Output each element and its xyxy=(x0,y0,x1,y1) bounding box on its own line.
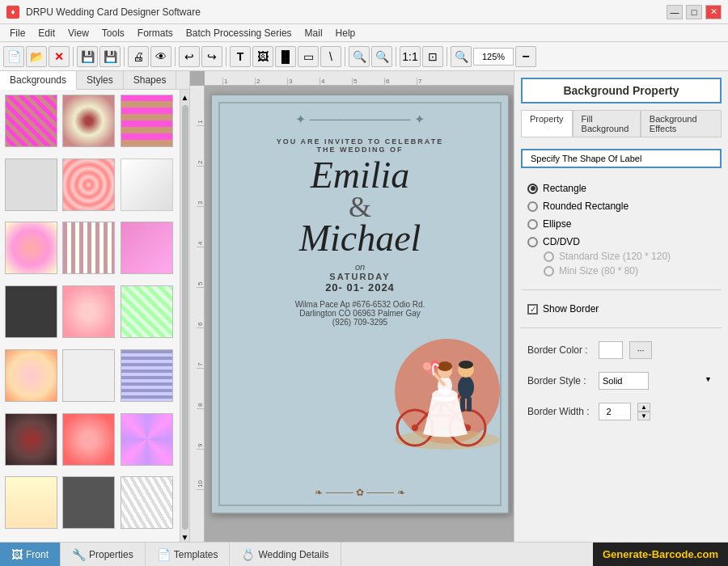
thumb-item[interactable] xyxy=(121,158,173,211)
close-button[interactable]: ✕ xyxy=(705,5,722,19)
redo-button[interactable]: ↪ xyxy=(201,46,222,67)
thumb-item[interactable] xyxy=(62,158,115,211)
menu-view[interactable]: View xyxy=(61,26,95,40)
menu-help[interactable]: Help xyxy=(329,26,362,40)
save-as-button[interactable]: 💾 xyxy=(99,46,121,67)
thumb-item[interactable] xyxy=(62,285,115,338)
text-button[interactable]: T xyxy=(230,46,251,67)
new-button[interactable]: 📄 xyxy=(3,46,24,67)
radio-rounded-rect-circle[interactable] xyxy=(527,201,538,212)
menu-edit[interactable]: Edit xyxy=(32,26,61,40)
radio-cddvd-circle[interactable] xyxy=(527,237,538,247)
tab-styles[interactable]: Styles xyxy=(77,71,124,89)
thumb-item[interactable] xyxy=(5,222,57,274)
divider1 xyxy=(521,289,722,290)
thumb-item[interactable] xyxy=(62,413,115,466)
menu-mail[interactable]: Mail xyxy=(298,26,329,40)
radio-rounded-rect[interactable]: Rounded Rectangle xyxy=(527,201,715,212)
show-border-checkbox[interactable] xyxy=(527,304,538,315)
line-button[interactable]: \ xyxy=(320,46,341,67)
svg-point-15 xyxy=(459,361,473,369)
image-button[interactable]: 🖼 xyxy=(252,46,273,67)
menu-formats[interactable]: Formats xyxy=(131,26,180,40)
thumb-item[interactable] xyxy=(121,476,173,529)
actual-size-button[interactable]: 1:1 xyxy=(400,46,421,67)
radio-cddvd[interactable]: CD/DVD xyxy=(527,236,715,247)
ruler-tick-v: 4 xyxy=(197,207,204,247)
zoom-in-button[interactable]: 🔍 xyxy=(349,46,370,67)
bottom-tab-front[interactable]: 🖼 Front xyxy=(0,543,61,566)
radio-ellipse-circle[interactable] xyxy=(527,219,538,230)
ruler-tick: 7 xyxy=(417,78,449,85)
prop-tab-fill[interactable]: Fill Background xyxy=(573,110,641,137)
thumb-item[interactable] xyxy=(62,476,115,529)
thumb-item[interactable] xyxy=(121,222,173,274)
shape-button[interactable]: ▭ xyxy=(298,46,319,67)
close-btn[interactable]: ✕ xyxy=(49,46,70,67)
thumb-item[interactable] xyxy=(5,349,57,402)
thumb-item[interactable] xyxy=(121,285,173,338)
scroll-down-arrow[interactable]: ▼ xyxy=(181,533,189,542)
bottom-tab-templates[interactable]: 📄 Templates xyxy=(146,543,231,566)
zoom-search-button[interactable]: 🔍 xyxy=(451,46,472,67)
radio-mini-circle[interactable] xyxy=(544,266,554,277)
tab-backgrounds[interactable]: Backgrounds xyxy=(0,71,77,90)
prop-tab-property[interactable]: Property xyxy=(521,110,573,137)
border-style-select[interactable]: Solid Dashed Dotted Double xyxy=(599,372,649,390)
thumb-item[interactable] xyxy=(121,95,173,147)
maximize-button[interactable]: □ xyxy=(686,5,702,19)
property-title: Background Property xyxy=(521,78,722,103)
border-width-input[interactable] xyxy=(599,403,631,420)
scroll-thumb[interactable] xyxy=(182,105,188,530)
thumb-item[interactable] xyxy=(62,349,115,402)
border-width-up[interactable]: ▲ xyxy=(637,403,650,412)
bottom-tab-properties[interactable]: 🔧 Properties xyxy=(61,543,146,566)
radio-ellipse-label: Ellipse xyxy=(543,218,571,230)
bottom-tab-wedding-details[interactable]: 💍 Wedding Details xyxy=(230,543,341,566)
thumb-item[interactable] xyxy=(121,413,173,466)
thumb-item[interactable] xyxy=(5,158,57,211)
save-button[interactable]: 💾 xyxy=(77,46,98,67)
card-illustration xyxy=(379,315,504,452)
radio-standard[interactable]: Standard Size (120 * 120) xyxy=(544,251,715,262)
barcode-button[interactable]: ▐▌ xyxy=(275,46,296,67)
thumb-item[interactable] xyxy=(5,476,57,529)
radio-ellipse[interactable]: Ellipse xyxy=(527,218,715,230)
minimize-button[interactable]: — xyxy=(667,5,683,19)
tab-shapes[interactable]: Shapes xyxy=(124,71,177,89)
fit-page-button[interactable]: ⊡ xyxy=(422,46,443,67)
print-preview-button[interactable]: 👁 xyxy=(150,46,171,67)
menu-batch[interactable]: Batch Processing Series xyxy=(180,26,298,40)
print-button[interactable]: 🖨 xyxy=(128,46,149,67)
zoom-minus-button[interactable]: − xyxy=(515,46,536,67)
app-title: DRPU Wedding Card Designer Software xyxy=(26,6,201,18)
thumb-item[interactable] xyxy=(62,95,115,147)
menu-tools[interactable]: Tools xyxy=(95,26,131,40)
thumb-item[interactable] xyxy=(5,95,57,147)
canvas-wrapper: ✦ ─────────── ✦ YOU ARE INVITED TO CELEB… xyxy=(210,94,510,514)
prop-tab-effects[interactable]: Background Effects xyxy=(641,110,722,137)
right-panel: Background Property Property Fill Backgr… xyxy=(514,71,728,542)
radio-rectangle[interactable]: Rectangle xyxy=(527,183,715,194)
thumb-item[interactable] xyxy=(62,222,115,274)
border-color-swatch[interactable] xyxy=(599,341,623,359)
radio-rectangle-circle[interactable] xyxy=(527,184,538,194)
border-style-label: Border Style : xyxy=(527,375,592,386)
thumb-item[interactable] xyxy=(121,349,173,402)
zoom-out-button[interactable]: 🔍 xyxy=(371,46,392,67)
zoom-input[interactable] xyxy=(473,48,514,65)
undo-button[interactable]: ↩ xyxy=(179,46,200,67)
radio-standard-circle[interactable] xyxy=(544,251,554,262)
wedding-card[interactable]: ✦ ─────────── ✦ YOU ARE INVITED TO CELEB… xyxy=(210,94,510,514)
sep5 xyxy=(345,47,345,66)
scroll-up-arrow[interactable]: ▲ xyxy=(181,93,189,102)
left-scrollbar[interactable]: ▲ ▼ xyxy=(180,90,189,542)
border-width-down[interactable]: ▼ xyxy=(637,412,650,420)
window-controls[interactable]: — □ ✕ xyxy=(667,5,722,19)
border-color-picker-button[interactable]: ··· xyxy=(629,341,652,359)
thumb-item[interactable] xyxy=(5,285,57,338)
open-button[interactable]: 📂 xyxy=(26,46,47,67)
thumb-item[interactable] xyxy=(5,413,57,466)
radio-mini[interactable]: Mini Size (80 * 80) xyxy=(544,265,715,277)
menu-file[interactable]: File xyxy=(3,26,32,40)
